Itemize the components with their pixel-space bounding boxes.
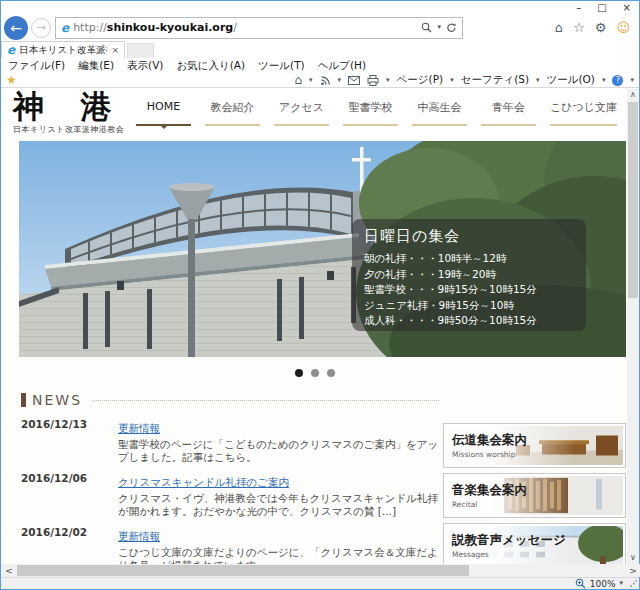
banner-subtitle: Missions worship: [452, 450, 576, 459]
menu-edit[interactable]: 編集(E): [78, 59, 114, 73]
banner-missions-worship[interactable]: 伝道集会案内 Missions worship: [443, 423, 626, 468]
home-page-icon[interactable]: ⌂: [294, 74, 302, 86]
news-link[interactable]: 更新情報: [118, 530, 160, 542]
horizontal-scroll-thumb[interactable]: [17, 565, 469, 576]
refresh-icon[interactable]: [446, 22, 457, 33]
page-dropdown-icon: ▾: [450, 77, 454, 84]
home-icon[interactable]: ⌂: [555, 20, 563, 35]
news-body: こひつじ文庫の文庫だよりのページに、「クリスマス会＆文庫だより冬号」が掲載されて…: [118, 546, 439, 564]
banner-title: 説教音声メッセージ: [452, 532, 576, 549]
search-icon[interactable]: [421, 22, 432, 33]
browser-window: – □ × ← → e http://shinkou-kyoukai.org/ …: [0, 0, 640, 590]
banner-title: 音楽集会案内: [452, 482, 576, 499]
zoom-dropdown-icon[interactable]: ▾: [619, 580, 623, 587]
menu-tools[interactable]: ツール(T): [258, 59, 305, 73]
safety-menu-button[interactable]: セーフティ(S): [461, 73, 529, 87]
ie-favicon-icon: e: [61, 21, 69, 35]
site-logo-link[interactable]: 神 港 日本キリスト改革派神港教会: [13, 90, 125, 135]
site-logo: 神 港: [13, 90, 125, 123]
feeds-icon[interactable]: [320, 75, 331, 86]
news-heading: NEWS: [32, 392, 82, 408]
news-link[interactable]: クリスマスキャンドル礼拝のご案内: [118, 476, 289, 488]
news-accent-bar: [21, 393, 26, 407]
back-button[interactable]: ←: [4, 16, 28, 40]
safety-dropdown-icon: ▾: [536, 77, 540, 84]
site-nav: HOME 教会紹介 アクセス 聖書学校 中高生会 青年会 こひつじ文庫: [129, 100, 624, 126]
status-bar: 100% ▾: [1, 577, 639, 589]
news-date: 2016/12/13: [21, 417, 118, 464]
banner-music-recital[interactable]: 音楽集会案内 Recital: [443, 473, 626, 518]
forward-button[interactable]: →: [31, 18, 51, 38]
sidebar-banners: 伝道集会案内 Missions worship: [443, 423, 626, 564]
nav-kohitsuji-bunko[interactable]: こひつじ文庫: [550, 100, 617, 126]
service-time-junior: ジュニア礼拝・9時15分～10時: [364, 298, 574, 314]
tools-menu-button[interactable]: ツール(O): [547, 73, 595, 87]
site-logo-subtitle: 日本キリスト改革派神港教会: [13, 124, 125, 135]
news-date: 2016/12/06: [21, 471, 118, 518]
nav-youth-jhs[interactable]: 中高生会: [412, 100, 467, 126]
news-body: 聖書学校のページに「こどものためのクリスマスのご案内」をアップしました。記事はこ…: [118, 438, 439, 464]
feedback-smiley-icon[interactable]: ☺: [616, 20, 630, 35]
vertical-scrollbar[interactable]: ∧ ∨: [627, 89, 639, 564]
help-dropdown-icon: ▾: [630, 77, 634, 84]
service-time-adult: 成人科・・・・9時50分～10時15分: [364, 313, 574, 329]
forward-arrow-icon: →: [36, 21, 45, 34]
tab-shinko-church[interactable]: e 日本キリスト改革派神港教会 ×: [1, 41, 125, 58]
minimize-icon[interactable]: –: [576, 1, 581, 14]
url-text: http://shinkou-kyoukai.org/: [73, 21, 237, 34]
favorites-star-icon[interactable]: ☆: [573, 20, 585, 35]
mail-icon[interactable]: [348, 76, 360, 85]
zoom-icon: [575, 578, 586, 589]
horizontal-scrollbar[interactable]: < >: [1, 564, 640, 577]
address-bar[interactable]: e http://shinkou-kyoukai.org/ ▾: [55, 17, 463, 39]
service-time-morning: 朝の礼拝・・・10時半～12時: [364, 251, 574, 267]
zoom-level[interactable]: 100%: [590, 579, 616, 589]
home-dropdown-icon[interactable]: ▾: [309, 77, 313, 84]
nav-young-adults[interactable]: 青年会: [481, 100, 536, 126]
address-row: ← → e http://shinkou-kyoukai.org/ ▾ ⌂ ☆ …: [1, 14, 639, 41]
scroll-up-icon[interactable]: ∧: [630, 89, 636, 101]
resize-grip[interactable]: [630, 580, 637, 587]
title-bar: – □ ×: [1, 1, 639, 14]
site-header: 神 港 日本キリスト改革派神港教会 HOME 教会紹介 アクセス 聖書学校 中高…: [1, 89, 628, 141]
banner-sermon-audio[interactable]: 説教音声メッセージ Messages: [443, 523, 626, 564]
close-icon[interactable]: ×: [623, 1, 631, 14]
search-dropdown-icon[interactable]: ▾: [437, 24, 441, 31]
news-link[interactable]: 更新情報: [118, 422, 160, 434]
maximize-icon[interactable]: □: [597, 1, 606, 14]
command-bar: ★ ⌂ ▾ ▾ ▾ ページ(P)▾ セーフティ(S)▾ ツール(O)▾ ?▾: [1, 73, 639, 88]
print-icon[interactable]: [367, 75, 379, 86]
menu-file[interactable]: ファイル(F): [8, 59, 65, 73]
news-body: クリスマス・イヴ、神港教会では今年もクリスマスキャンドル礼拝が開かれます。おだや…: [118, 492, 439, 518]
add-favorite-star-icon[interactable]: ★: [6, 74, 17, 86]
help-icon[interactable]: ?: [612, 75, 623, 86]
carousel-dots: [1, 369, 628, 377]
back-arrow-icon: ←: [10, 20, 22, 36]
nav-home[interactable]: HOME: [136, 100, 191, 126]
page-menu-button[interactable]: ページ(P): [397, 73, 444, 87]
scroll-down-icon[interactable]: ∨: [630, 552, 636, 564]
nav-church-intro[interactable]: 教会紹介: [205, 100, 260, 126]
new-tab-button[interactable]: [127, 43, 154, 58]
nav-bible-school[interactable]: 聖書学校: [343, 100, 398, 126]
tab-favicon-icon: e: [7, 43, 15, 57]
news-date: 2016/12/02: [21, 525, 118, 564]
carousel-dot-1[interactable]: [295, 369, 303, 377]
menu-help[interactable]: ヘルプ(H): [318, 59, 366, 73]
tab-row: e 日本キリスト改革派神港教会 ×: [1, 41, 639, 58]
vertical-scroll-thumb[interactable]: [628, 102, 638, 298]
scroll-left-icon[interactable]: <: [1, 566, 17, 576]
menu-bar: ファイル(F) 編集(E) 表示(V) お気に入り(A) ツール(T) ヘルプ(…: [1, 58, 639, 73]
scroll-right-icon[interactable]: >: [625, 566, 640, 576]
feeds-dropdown-icon[interactable]: ▾: [338, 77, 342, 84]
news-item: 2016/12/02 更新情報 こひつじ文庫の文庫だよりのページに、「クリスマス…: [21, 525, 439, 564]
gear-icon[interactable]: ⚙: [595, 20, 607, 35]
nav-access[interactable]: アクセス: [274, 100, 329, 126]
carousel-dot-3[interactable]: [327, 369, 335, 377]
carousel-dot-2[interactable]: [311, 369, 319, 377]
tab-close-icon[interactable]: ×: [111, 45, 119, 55]
print-dropdown-icon[interactable]: ▾: [386, 77, 390, 84]
menu-favorites[interactable]: お気に入り(A): [176, 59, 245, 73]
menu-view[interactable]: 表示(V): [127, 59, 163, 73]
sunday-service-overlay: 日曜日の集会 朝の礼拝・・・10時半～12時 夕の礼拝・・・19時～20時 聖書…: [352, 219, 586, 331]
